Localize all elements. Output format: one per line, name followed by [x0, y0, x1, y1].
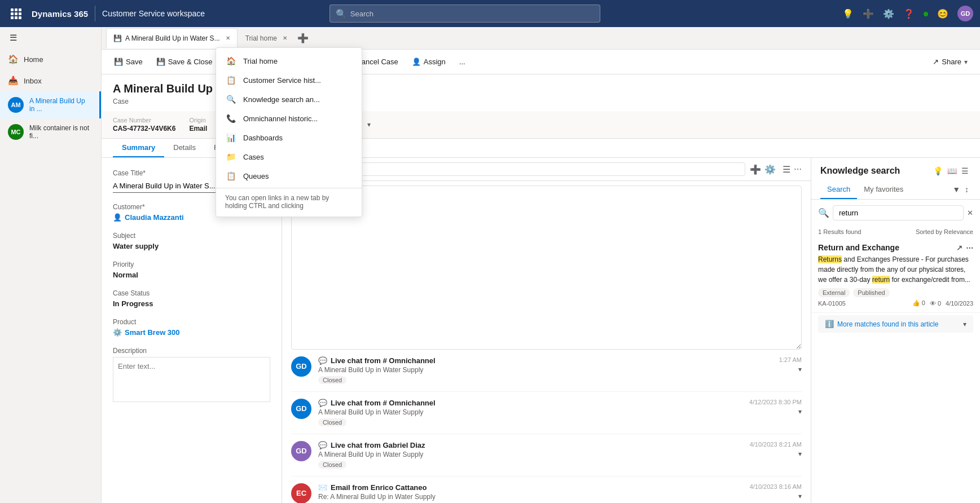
kp-tab-search[interactable]: Search — [820, 180, 857, 199]
dropdown-item-ksa[interactable]: 🔍 Knowledge search an... — [216, 90, 362, 109]
case-tab-summary[interactable]: Summary — [113, 139, 164, 157]
expand-icon[interactable]: ▾ — [798, 408, 802, 416]
save-close-button[interactable]: 💾 Save & Close — [151, 55, 218, 69]
add-icon[interactable]: ➕ — [863, 8, 874, 19]
lightbulb-icon[interactable]: 💡 — [842, 8, 854, 19]
meta-origin: Origin Email — [189, 117, 207, 133]
dropdown-item-omni[interactable]: 📞 Omnichannel historic... — [216, 109, 362, 128]
dropdown-item-queues[interactable]: 📋 Queues — [216, 166, 362, 186]
sidebar-item-am[interactable]: AM A Mineral Build Up in ... — [0, 91, 101, 118]
filter-icon[interactable]: ▼ — [950, 180, 963, 199]
dropdown-item-dashboards[interactable]: 📊 Dashboards — [216, 128, 362, 147]
save-icon: 💾 — [113, 34, 122, 42]
expand-icon[interactable]: ▾ — [798, 492, 802, 500]
brand-name: Dynamics 365 — [32, 9, 88, 19]
home-icon: 🏠 — [8, 54, 18, 64]
expand-matches-icon[interactable]: ▾ — [963, 320, 966, 328]
kp-result-meta: 1 Results found Sorted by Relevance — [811, 226, 980, 237]
tab-bar: 💾 A Mineral Build Up in Water S... ✕ Tri… — [102, 27, 980, 50]
timeline-items: GD 💬 Live chat from # Omnichannel A Mine… — [282, 350, 811, 504]
field-product: Product ⚙️ Smart Brew 300 — [113, 318, 270, 337]
status-icon — [924, 8, 928, 19]
result-more-icon[interactable]: ⋯ — [966, 244, 973, 252]
field-status: Case Status In Progress — [113, 289, 270, 308]
global-search-input[interactable] — [350, 10, 594, 18]
field-description: Description — [113, 347, 270, 404]
cases-icon: 📁 — [225, 152, 236, 161]
save-btn-icon: 💾 — [114, 58, 123, 66]
tab-add-button[interactable]: ➕ — [295, 30, 311, 46]
share-chevron-icon: ▾ — [964, 58, 968, 66]
status-badge: Closed — [318, 418, 346, 426]
sidebar-item-collapse[interactable]: ☰ — [0, 27, 101, 48]
global-search-box[interactable]: 🔍 — [329, 5, 600, 23]
email-icon: ✉️ — [318, 483, 327, 492]
dropdown-item-cases[interactable]: 📁 Cases — [216, 147, 362, 166]
more-matches-button[interactable]: ℹ️ More matches found in this article ▾ — [818, 315, 973, 333]
assign-button[interactable]: 👤 Assign — [406, 55, 451, 69]
user-icon[interactable]: 😊 — [937, 8, 948, 19]
sidebar-item-home[interactable]: 🏠 Home — [0, 48, 101, 70]
timeline-more-icon[interactable]: ⋯ — [794, 165, 802, 174]
search-icon: 🔍 — [818, 208, 829, 218]
tab-close-mineral[interactable]: ✕ — [226, 35, 230, 41]
timeline-item: EC ✉️ Email from Enrico Cattaneo Re: A M… — [291, 476, 802, 504]
case-tab-details[interactable]: Details — [164, 139, 205, 157]
settings-icon[interactable]: ⚙️ — [883, 8, 894, 19]
link-out-icon[interactable]: ↗ — [956, 244, 963, 252]
knowledge-panel-title: Knowledge search — [820, 166, 900, 176]
kp-result-card: Return and Exchange ↗ ⋯ Returns and Exch… — [811, 237, 980, 313]
csh-icon: 📋 — [225, 76, 236, 85]
share-button[interactable]: ↗ Share ▾ — [927, 55, 973, 69]
kp-tab-favorites[interactable]: My favorites — [857, 180, 910, 199]
top-nav: Dynamics 365 Customer Service workspace … — [0, 0, 980, 27]
product-link[interactable]: ⚙️ Smart Brew 300 — [113, 328, 270, 337]
more-button[interactable]: ... — [454, 55, 471, 69]
bulb-icon[interactable]: 💡 — [933, 166, 943, 175]
timeline-item: GD 💬 Live chat from Gabriel Diaz A Miner… — [291, 434, 802, 476]
tab-mineral[interactable]: 💾 A Mineral Build Up in Water S... ✕ — [106, 28, 238, 48]
field-subject: Subject Water supply — [113, 232, 270, 250]
help-icon[interactable]: ❓ — [903, 8, 915, 19]
timeline-add-icon[interactable]: ➕ — [750, 164, 761, 175]
nav-divider — [95, 6, 95, 21]
queues-icon: 📋 — [225, 171, 236, 180]
timeline-filter-icon[interactable]: ⚙️ — [764, 164, 776, 175]
save-button[interactable]: 💾 Save — [108, 55, 148, 69]
meta-case-number: Case Number CAS-47732-V4V6K6 — [113, 117, 175, 133]
inbox-icon: 📥 — [8, 76, 18, 86]
expand-icon[interactable]: ▾ — [798, 450, 802, 458]
dropdown-item-trial[interactable]: 🏠 Trial home — [216, 51, 362, 70]
clear-search-icon[interactable]: ✕ — [967, 209, 973, 217]
user-avatar[interactable]: GD — [957, 6, 973, 21]
main-layout: ☰ 🏠 Home 📥 Inbox AM A Mineral Build Up i… — [0, 27, 980, 503]
knowledge-search-input[interactable] — [833, 205, 964, 220]
timeline-view-icon[interactable]: ☰ — [783, 164, 790, 175]
avatar: GD — [291, 399, 311, 419]
chat-icon: 💬 — [318, 399, 327, 407]
waffle-button[interactable] — [7, 5, 25, 23]
meta-expand-icon[interactable]: ▾ — [367, 121, 371, 129]
info-icon: ℹ️ — [825, 320, 834, 328]
sidebar-item-mc[interactable]: MC Milk container is not fi... — [0, 118, 101, 145]
timeline-note-input[interactable] — [291, 186, 802, 350]
sort-icon[interactable]: ↕ — [963, 180, 971, 199]
search-icon: 🔍 — [336, 8, 347, 19]
kp-excerpt: Returns and Exchanges Pressure - For pur… — [818, 254, 973, 285]
collapse-icon: ☰ — [8, 33, 18, 43]
sidebar-item-inbox[interactable]: 📥 Inbox — [0, 70, 101, 91]
book-icon[interactable]: 📖 — [947, 166, 957, 175]
list-icon[interactable]: ☰ — [961, 166, 969, 175]
dropdown-menu: 🏠 Trial home 📋 Customer Service hist... … — [216, 47, 362, 217]
timeline-item: GD 💬 Live chat from # Omnichannel A Mine… — [291, 350, 802, 392]
description-textarea[interactable] — [113, 357, 270, 402]
ksa-icon: 🔍 — [225, 95, 236, 104]
tab-close-trial[interactable]: ✕ — [283, 35, 287, 41]
avatar-mc: MC — [8, 124, 24, 140]
dropdown-item-csh[interactable]: 📋 Customer Service hist... — [216, 70, 362, 90]
expand-icon[interactable]: ▾ — [798, 365, 802, 373]
assign-icon: 👤 — [412, 58, 421, 66]
tab-trial[interactable]: Trial home ✕ — [239, 28, 294, 48]
kp-ka-row: KA-01005 👍 0 👁 0 4/10/2023 — [818, 299, 973, 307]
share-icon: ↗ — [933, 58, 939, 66]
